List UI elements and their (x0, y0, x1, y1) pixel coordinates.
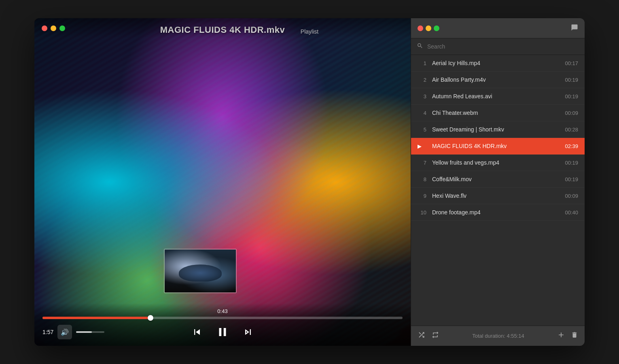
preview-time: 0:43 (42, 308, 403, 314)
item-number: 10 (418, 210, 426, 216)
volume-button[interactable]: 🔊 (57, 325, 72, 339)
seek-bar[interactable] (42, 317, 403, 319)
item-number: 3 (418, 93, 426, 99)
playlist-item[interactable]: 3 Autumn Red Leaves.avi 00:19 (411, 88, 585, 105)
item-number: 8 (418, 176, 426, 182)
controls-bar: 0:43 1:57 🔊 (34, 303, 411, 346)
item-name: Drone footage.mp4 (432, 209, 560, 216)
next-button[interactable] (242, 326, 254, 338)
item-number: 2 (418, 77, 426, 83)
volume-fill (76, 331, 92, 333)
volume-icon: 🔊 (61, 328, 69, 336)
minimize-button[interactable] (51, 25, 56, 31)
playlist-item[interactable]: 9 Hexi Wave.flv 00:09 (411, 188, 585, 204)
item-duration: 00:19 (565, 160, 578, 166)
window-buttons (42, 25, 65, 31)
item-name: Coffe&Milk.mov (432, 176, 560, 182)
item-name: Sweet Dreaming | Short.mkv (432, 126, 560, 133)
item-duration: 00:17 (565, 60, 578, 66)
item-duration: 00:28 (565, 127, 578, 133)
item-number: 9 (418, 193, 426, 199)
volume-bar[interactable] (76, 331, 104, 333)
total-duration: Total duration: 4:55:14 (445, 333, 551, 339)
close-button[interactable] (42, 25, 47, 31)
window-chrome (34, 18, 411, 38)
playlist-item[interactable]: 5 Sweet Dreaming | Short.mkv 00:28 (411, 121, 585, 138)
item-duration: 00:09 (565, 110, 578, 116)
playlist-item[interactable]: 7 Yellow fruits and vegs.mp4 00:19 (411, 154, 585, 171)
playlist-items: 1 Aerial Icy Hills.mp4 00:17 2 Air Ballo… (411, 55, 585, 326)
seek-preview-image (165, 250, 236, 292)
playlist-window-buttons (418, 25, 439, 31)
item-name: MAGIC FLUIDS 4K HDR.mkv (432, 143, 560, 149)
video-player: MAGIC FLUIDS 4K HDR.mkv 0:43 1:57 🔊 (34, 18, 411, 346)
item-name: Air Ballons Party.m4v (432, 76, 560, 83)
seek-bar-fill (42, 317, 151, 319)
seek-preview-thumbnail (164, 249, 237, 293)
item-number: 5 (418, 127, 426, 133)
playlist-close-button[interactable] (418, 25, 423, 31)
chat-icon[interactable] (571, 24, 578, 33)
repeat-button[interactable] (431, 331, 439, 341)
playlist-panel: Playlist 1 Aerial Icy Hills.mp4 00:17 2 … (411, 18, 585, 346)
playlist-item[interactable]: 1 Aerial Icy Hills.mp4 00:17 (411, 55, 585, 72)
controls-row: 1:57 🔊 (42, 325, 403, 339)
playlist-footer: Total duration: 4:55:14 (411, 326, 585, 346)
search-input[interactable] (427, 43, 579, 50)
delete-button[interactable] (571, 331, 578, 341)
skip-previous-icon (191, 326, 203, 338)
delete-icon (571, 331, 578, 341)
item-name: Chi Theater.webm (432, 110, 560, 116)
search-icon (417, 42, 423, 51)
controls-center (191, 325, 254, 339)
item-name: Hexi Wave.flv (432, 193, 560, 199)
playlist-item[interactable]: 2 Air Ballons Party.m4v 00:19 (411, 72, 585, 88)
item-name: Aerial Icy Hills.mp4 (432, 60, 560, 66)
playlist-item[interactable]: ▶ MAGIC FLUIDS 4K HDR.mkv 02:39 (411, 138, 585, 154)
item-duration: 02:39 (565, 143, 578, 149)
item-duration: 00:19 (565, 77, 578, 83)
item-name: Autumn Red Leaves.avi (432, 93, 560, 99)
shuffle-icon (418, 331, 426, 341)
playlist-minimize-button[interactable] (426, 25, 431, 31)
add-icon (557, 331, 565, 341)
search-bar (411, 38, 585, 55)
item-duration: 00:40 (565, 210, 578, 216)
item-number: 1 (418, 60, 426, 66)
playlist-item[interactable]: 10 Drone footage.mp4 00:40 (411, 204, 585, 221)
item-duration: 00:09 (565, 193, 578, 199)
seek-bar-thumb[interactable] (148, 315, 153, 321)
shuffle-button[interactable] (418, 331, 426, 341)
current-time: 1:57 (42, 329, 53, 335)
skip-next-icon (242, 326, 254, 338)
item-number: 7 (418, 160, 426, 166)
controls-left: 1:57 🔊 (42, 325, 107, 339)
repeat-icon (431, 331, 439, 341)
pause-icon (216, 325, 229, 339)
maximize-button[interactable] (59, 25, 65, 31)
item-duration: 00:19 (565, 93, 578, 99)
app-window: MAGIC FLUIDS 4K HDR.mkv 0:43 1:57 🔊 (34, 18, 585, 346)
add-button[interactable] (557, 331, 565, 341)
now-playing-icon: ▶ (418, 143, 426, 149)
item-name: Yellow fruits and vegs.mp4 (432, 159, 560, 166)
item-number: 4 (418, 110, 426, 116)
item-duration: 00:19 (565, 176, 578, 182)
playlist-item[interactable]: 4 Chi Theater.webm 00:09 (411, 105, 585, 121)
video-background (34, 18, 411, 346)
playlist-header: Playlist (411, 18, 585, 38)
pause-button[interactable] (216, 325, 229, 339)
previous-button[interactable] (191, 326, 203, 338)
playlist-item[interactable]: 8 Coffe&Milk.mov 00:19 (411, 171, 585, 188)
playlist-maximize-button[interactable] (434, 25, 439, 31)
